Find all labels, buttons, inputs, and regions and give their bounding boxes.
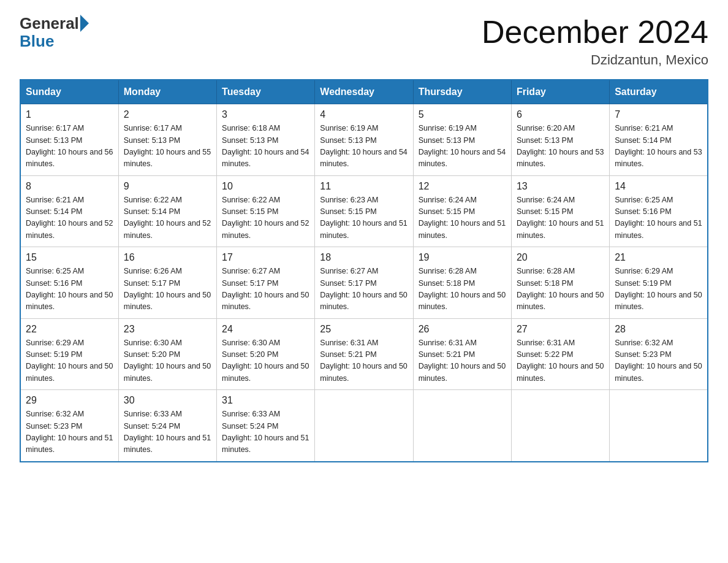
calendar-cell: 20Sunrise: 6:28 AMSunset: 5:18 PMDayligh… [511, 247, 609, 319]
calendar-cell: 24Sunrise: 6:30 AMSunset: 5:20 PMDayligh… [217, 318, 315, 390]
day-header-thursday: Thursday [413, 80, 511, 104]
calendar-cell: 8Sunrise: 6:21 AMSunset: 5:14 PMDaylight… [20, 175, 118, 247]
calendar-cell: 12Sunrise: 6:24 AMSunset: 5:15 PMDayligh… [413, 175, 511, 247]
day-number: 27 [517, 324, 604, 335]
day-info: Sunrise: 6:23 AMSunset: 5:15 PMDaylight:… [320, 196, 407, 240]
calendar-cell [511, 390, 609, 462]
calendar-week-row: 22Sunrise: 6:29 AMSunset: 5:19 PMDayligh… [20, 318, 708, 390]
day-number: 14 [615, 181, 702, 192]
day-number: 5 [419, 109, 506, 120]
day-info: Sunrise: 6:19 AMSunset: 5:13 PMDaylight:… [419, 124, 506, 168]
day-info: Sunrise: 6:27 AMSunset: 5:17 PMDaylight:… [222, 267, 309, 311]
calendar-cell: 15Sunrise: 6:25 AMSunset: 5:16 PMDayligh… [20, 247, 118, 319]
day-info: Sunrise: 6:32 AMSunset: 5:23 PMDaylight:… [26, 410, 113, 454]
calendar-body: 1Sunrise: 6:17 AMSunset: 5:13 PMDaylight… [20, 104, 708, 462]
calendar-cell: 28Sunrise: 6:32 AMSunset: 5:23 PMDayligh… [610, 318, 708, 390]
calendar-cell: 21Sunrise: 6:29 AMSunset: 5:19 PMDayligh… [610, 247, 708, 319]
calendar-cell: 13Sunrise: 6:24 AMSunset: 5:15 PMDayligh… [511, 175, 609, 247]
calendar-cell: 30Sunrise: 6:33 AMSunset: 5:24 PMDayligh… [118, 390, 216, 462]
calendar-cell: 3Sunrise: 6:18 AMSunset: 5:13 PMDaylight… [217, 104, 315, 176]
day-number: 11 [320, 181, 408, 192]
day-number: 1 [26, 109, 113, 120]
day-info: Sunrise: 6:30 AMSunset: 5:20 PMDaylight:… [222, 339, 309, 383]
calendar-cell: 4Sunrise: 6:19 AMSunset: 5:13 PMDaylight… [315, 104, 413, 176]
day-header-wednesday: Wednesday [315, 80, 413, 104]
day-number: 9 [124, 181, 211, 192]
day-number: 3 [222, 109, 309, 120]
day-number: 22 [26, 324, 113, 335]
logo-general-text: General [20, 15, 79, 31]
day-number: 7 [615, 109, 702, 120]
logo-arrow-icon [80, 15, 89, 32]
logo-blue-text: Blue [20, 32, 54, 51]
calendar-cell: 18Sunrise: 6:27 AMSunset: 5:17 PMDayligh… [315, 247, 413, 319]
calendar-cell: 7Sunrise: 6:21 AMSunset: 5:14 PMDaylight… [610, 104, 708, 176]
day-info: Sunrise: 6:18 AMSunset: 5:13 PMDaylight:… [222, 124, 309, 168]
day-number: 18 [320, 252, 408, 263]
day-number: 25 [320, 324, 408, 335]
day-info: Sunrise: 6:32 AMSunset: 5:23 PMDaylight:… [615, 339, 702, 383]
month-title: December 2024 [482, 15, 708, 50]
day-number: 4 [320, 109, 408, 120]
day-info: Sunrise: 6:17 AMSunset: 5:13 PMDaylight:… [26, 124, 113, 168]
calendar-cell [413, 390, 511, 462]
day-number: 26 [419, 324, 506, 335]
calendar-cell: 11Sunrise: 6:23 AMSunset: 5:15 PMDayligh… [315, 175, 413, 247]
calendar-week-row: 1Sunrise: 6:17 AMSunset: 5:13 PMDaylight… [20, 104, 708, 176]
day-number: 15 [26, 252, 113, 263]
day-number: 12 [419, 181, 506, 192]
calendar-cell: 19Sunrise: 6:28 AMSunset: 5:18 PMDayligh… [413, 247, 511, 319]
day-info: Sunrise: 6:33 AMSunset: 5:24 PMDaylight:… [124, 410, 211, 454]
day-info: Sunrise: 6:26 AMSunset: 5:17 PMDaylight:… [124, 267, 211, 311]
day-info: Sunrise: 6:22 AMSunset: 5:15 PMDaylight:… [222, 196, 309, 240]
day-number: 29 [26, 395, 113, 406]
calendar-cell: 17Sunrise: 6:27 AMSunset: 5:17 PMDayligh… [217, 247, 315, 319]
calendar-cell: 16Sunrise: 6:26 AMSunset: 5:17 PMDayligh… [118, 247, 216, 319]
day-number: 23 [124, 324, 211, 335]
calendar-cell [610, 390, 708, 462]
calendar-week-row: 8Sunrise: 6:21 AMSunset: 5:14 PMDaylight… [20, 175, 708, 247]
day-header-sunday: Sunday [20, 80, 118, 104]
day-number: 30 [124, 395, 211, 406]
day-info: Sunrise: 6:21 AMSunset: 5:14 PMDaylight:… [26, 196, 113, 240]
day-info: Sunrise: 6:25 AMSunset: 5:16 PMDaylight:… [615, 196, 702, 240]
page-header: General Blue December 2024 Dzidzantun, M… [20, 15, 708, 68]
calendar-cell: 2Sunrise: 6:17 AMSunset: 5:13 PMDaylight… [118, 104, 216, 176]
day-number: 24 [222, 324, 309, 335]
logo: General Blue [20, 15, 90, 51]
calendar-cell: 14Sunrise: 6:25 AMSunset: 5:16 PMDayligh… [610, 175, 708, 247]
day-number: 31 [222, 395, 309, 406]
day-info: Sunrise: 6:22 AMSunset: 5:14 PMDaylight:… [124, 196, 211, 240]
calendar-cell: 1Sunrise: 6:17 AMSunset: 5:13 PMDaylight… [20, 104, 118, 176]
day-info: Sunrise: 6:31 AMSunset: 5:21 PMDaylight:… [419, 339, 506, 383]
day-number: 17 [222, 252, 309, 263]
day-info: Sunrise: 6:30 AMSunset: 5:20 PMDaylight:… [124, 339, 211, 383]
day-info: Sunrise: 6:24 AMSunset: 5:15 PMDaylight:… [517, 196, 604, 240]
calendar-week-row: 29Sunrise: 6:32 AMSunset: 5:23 PMDayligh… [20, 390, 708, 462]
calendar-cell: 9Sunrise: 6:22 AMSunset: 5:14 PMDaylight… [118, 175, 216, 247]
location-subtitle: Dzidzantun, Mexico [482, 52, 708, 68]
day-info: Sunrise: 6:21 AMSunset: 5:14 PMDaylight:… [615, 124, 702, 168]
calendar-cell: 10Sunrise: 6:22 AMSunset: 5:15 PMDayligh… [217, 175, 315, 247]
day-header-tuesday: Tuesday [217, 80, 315, 104]
day-info: Sunrise: 6:25 AMSunset: 5:16 PMDaylight:… [26, 267, 113, 311]
day-number: 10 [222, 181, 309, 192]
day-info: Sunrise: 6:17 AMSunset: 5:13 PMDaylight:… [124, 124, 211, 168]
day-info: Sunrise: 6:28 AMSunset: 5:18 PMDaylight:… [419, 267, 506, 311]
day-header-monday: Monday [118, 80, 216, 104]
calendar-cell: 31Sunrise: 6:33 AMSunset: 5:24 PMDayligh… [217, 390, 315, 462]
calendar-table: SundayMondayTuesdayWednesdayThursdayFrid… [20, 79, 708, 462]
day-number: 21 [615, 252, 702, 263]
day-info: Sunrise: 6:24 AMSunset: 5:15 PMDaylight:… [419, 196, 506, 240]
day-info: Sunrise: 6:28 AMSunset: 5:18 PMDaylight:… [517, 267, 604, 311]
calendar-cell: 25Sunrise: 6:31 AMSunset: 5:21 PMDayligh… [315, 318, 413, 390]
calendar-header-row: SundayMondayTuesdayWednesdayThursdayFrid… [20, 80, 708, 104]
day-info: Sunrise: 6:29 AMSunset: 5:19 PMDaylight:… [615, 267, 702, 311]
day-info: Sunrise: 6:31 AMSunset: 5:22 PMDaylight:… [517, 339, 604, 383]
calendar-cell: 22Sunrise: 6:29 AMSunset: 5:19 PMDayligh… [20, 318, 118, 390]
calendar-cell: 6Sunrise: 6:20 AMSunset: 5:13 PMDaylight… [511, 104, 609, 176]
day-number: 20 [517, 252, 604, 263]
day-number: 16 [124, 252, 211, 263]
day-number: 2 [124, 109, 211, 120]
day-info: Sunrise: 6:29 AMSunset: 5:19 PMDaylight:… [26, 339, 113, 383]
